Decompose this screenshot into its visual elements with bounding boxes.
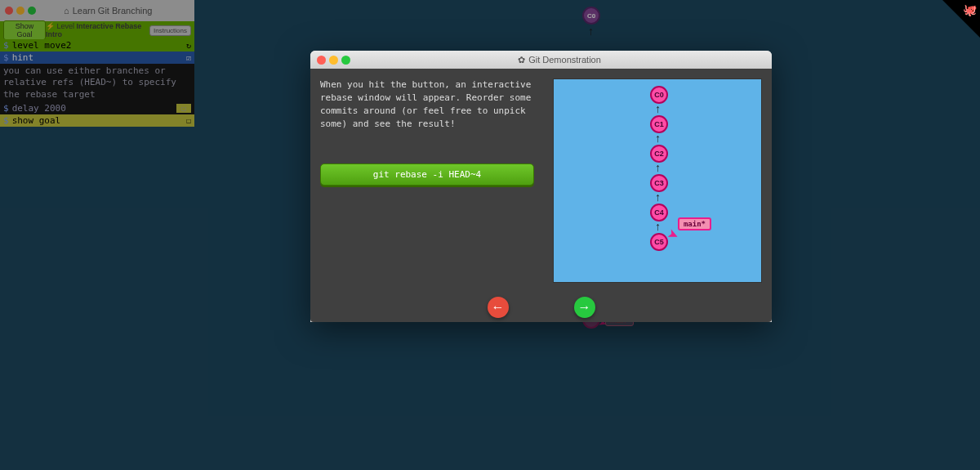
commit-c0[interactable]: C0 [650, 86, 668, 104]
modal-title: ✿ Git Demonstration [518, 55, 601, 65]
commit-c3[interactable]: C3 [650, 174, 668, 192]
arrow-up-icon: ↑ [655, 132, 661, 145]
prev-button[interactable]: ← [488, 297, 509, 318]
commit-c5[interactable]: C5 [650, 233, 668, 251]
modal-body: When you hit the button, an interactive … [310, 69, 772, 293]
git-demo-modal: ✿ Git Demonstration When you hit the but… [310, 51, 772, 322]
visualization-pane: C0 ↑ C1 ↑ C2 ↑ C3 ↑ C4 ↑ C5 ➤ main* [553, 78, 762, 283]
git-rebase-button[interactable]: git rebase -i HEAD~4 [320, 163, 534, 186]
arrow-up-icon: ↑ [655, 161, 661, 174]
branch-main-tag[interactable]: main* [678, 217, 711, 231]
modal-minimize-dot[interactable] [329, 56, 338, 65]
arrow-up-icon: ↑ [655, 102, 661, 115]
gear-icon: ✿ [518, 55, 525, 65]
commit-c1[interactable]: C1 [650, 115, 668, 133]
arrow-up-icon: ↑ [655, 220, 661, 233]
commit-c4[interactable]: C4 [650, 204, 668, 222]
modal-close-dot[interactable] [317, 56, 326, 65]
next-button[interactable]: → [574, 297, 595, 318]
commit-c2[interactable]: C2 [650, 145, 668, 163]
instruction-text: When you hit the button, an interactive … [320, 78, 543, 131]
modal-footer: ← → [310, 293, 772, 322]
arrow-up-icon: ↑ [655, 190, 661, 204]
modal-titlebar: ✿ Git Demonstration [310, 51, 772, 69]
octopus-icon: 🐙 [963, 3, 977, 16]
instruction-pane: When you hit the button, an interactive … [320, 78, 543, 283]
modal-zoom-dot[interactable] [341, 56, 350, 65]
